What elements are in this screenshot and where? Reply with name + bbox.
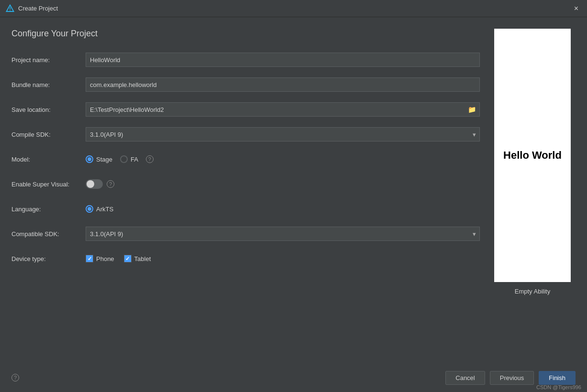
model-stage-radio-circle	[86, 155, 93, 163]
device-type-label: Device type:	[11, 255, 86, 262]
form-section: Configure Your Project Project name: Bun…	[11, 29, 480, 363]
watermark: CSDN @Tigers996	[536, 384, 581, 390]
cancel-button[interactable]: Cancel	[445, 371, 485, 385]
project-name-label: Project name:	[11, 56, 86, 64]
save-location-input[interactable]	[86, 102, 480, 117]
toggle-knob	[87, 180, 94, 188]
model-fa-label: FA	[131, 156, 138, 163]
language-row: Language: ArkTS	[11, 201, 480, 217]
preview-card: Hello World	[494, 29, 571, 282]
device-phone-label: Phone	[96, 255, 114, 262]
bundle-name-input[interactable]	[86, 77, 480, 92]
footer-left: ?	[11, 374, 19, 381]
super-visual-help-icon[interactable]: ?	[107, 180, 114, 188]
compatible-sdk-select[interactable]: 3.1.0(API 9)	[86, 227, 480, 241]
project-name-row: Project name:	[11, 52, 480, 67]
language-arkts-radio[interactable]: ArkTS	[86, 205, 113, 213]
device-tablet-checkbox-box	[124, 255, 132, 262]
compatible-sdk-row: Compatible SDK: 3.1.0(API 9)	[11, 226, 480, 241]
language-label: Language:	[11, 206, 86, 213]
super-visual-toggle[interactable]	[86, 179, 103, 189]
language-radio-group: ArkTS	[86, 205, 113, 213]
footer-help-icon[interactable]: ?	[11, 374, 19, 381]
close-button[interactable]: ×	[571, 2, 581, 15]
dialog-body: Configure Your Project Project name: Bun…	[0, 17, 587, 392]
device-tablet-checkbox[interactable]: Tablet	[124, 255, 151, 262]
save-location-row: Save location: 📁	[11, 102, 480, 117]
title-bar-left: Create Project	[6, 4, 58, 13]
compatible-sdk-label: Compatible SDK:	[11, 230, 86, 238]
folder-icon[interactable]: 📁	[468, 106, 476, 113]
app-icon	[6, 4, 14, 13]
model-label: Model:	[11, 156, 86, 163]
footer-right: Cancel Previous Finish	[445, 371, 576, 385]
preview-template-label: Empty Ability	[515, 288, 550, 295]
finish-button[interactable]: Finish	[539, 371, 576, 385]
project-name-input[interactable]	[86, 53, 480, 67]
compile-sdk-select-wrapper: 3.1.0(API 9)	[86, 127, 480, 142]
model-help-icon[interactable]: ?	[146, 155, 154, 163]
model-row: Model: Stage FA ?	[11, 152, 480, 167]
compatible-sdk-select-wrapper: 3.1.0(API 9)	[86, 227, 480, 241]
page-title: Configure Your Project	[11, 29, 480, 39]
device-type-row: Device type: Phone Tablet	[11, 251, 480, 266]
model-fa-radio-circle	[120, 155, 128, 163]
bundle-name-label: Bundle name:	[11, 81, 86, 88]
model-fa-radio[interactable]: FA	[120, 155, 138, 163]
enable-super-visual-label: Enable Super Visual:	[11, 181, 86, 188]
preview-section: Hello World Empty Ability	[489, 29, 576, 363]
compile-sdk-row: Compile SDK: 3.1.0(API 9)	[11, 127, 480, 142]
super-visual-controls: ?	[86, 179, 114, 189]
device-tablet-label: Tablet	[134, 255, 151, 262]
language-arkts-label: ArkTS	[96, 206, 113, 213]
dialog-content: Configure Your Project Project name: Bun…	[0, 17, 587, 363]
svg-point-2	[10, 10, 11, 11]
bundle-name-row: Bundle name:	[11, 77, 480, 92]
language-arkts-radio-circle	[86, 205, 93, 213]
previous-button[interactable]: Previous	[490, 371, 534, 385]
compile-sdk-select[interactable]: 3.1.0(API 9)	[86, 127, 480, 142]
device-phone-checkbox[interactable]: Phone	[86, 255, 114, 262]
window-title: Create Project	[18, 5, 58, 12]
model-stage-label: Stage	[96, 156, 112, 163]
save-location-wrapper: 📁	[86, 102, 480, 117]
preview-hello-world-text: Hello World	[503, 149, 562, 162]
model-radio-group: Stage FA ?	[86, 155, 154, 163]
dialog-footer: ? Cancel Previous Finish	[0, 363, 587, 392]
compile-sdk-label: Compile SDK:	[11, 131, 86, 138]
model-stage-radio[interactable]: Stage	[86, 155, 112, 163]
device-type-group: Phone Tablet	[86, 255, 151, 262]
save-location-label: Save location:	[11, 106, 86, 113]
title-bar: Create Project ×	[0, 0, 587, 17]
enable-super-visual-row: Enable Super Visual: ?	[11, 176, 480, 192]
device-phone-checkbox-box	[86, 255, 93, 262]
